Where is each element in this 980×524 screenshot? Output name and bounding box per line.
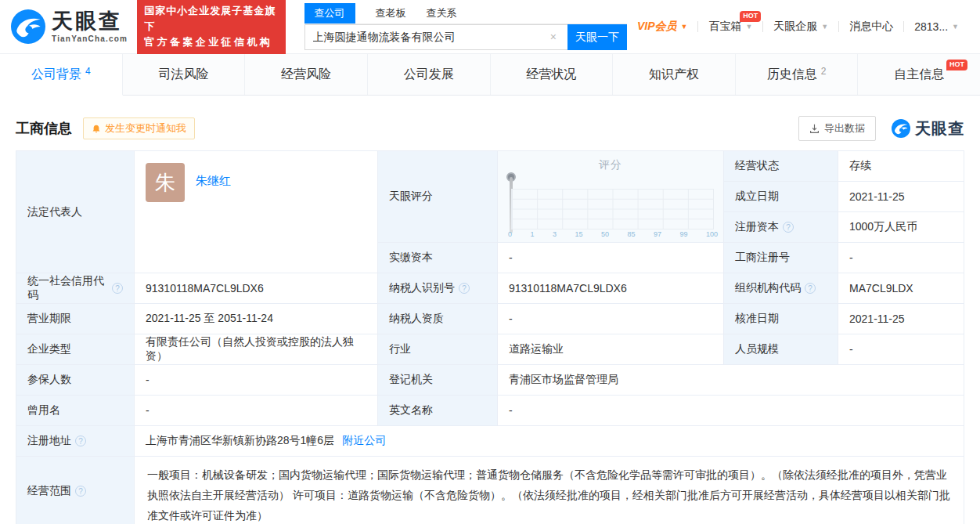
- search-tabs: 查公司 查老板 查关系: [304, 3, 627, 24]
- info-icon[interactable]: ?: [75, 435, 86, 446]
- legal-representative-link[interactable]: 朱继红: [196, 174, 231, 189]
- label-registration-number: 工商注册号: [724, 243, 838, 273]
- label-registered-address: 注册地址?: [16, 426, 134, 456]
- cell-english-name: -: [498, 396, 964, 425]
- search-area: 查公司 查老板 查关系 × 天眼一下: [304, 3, 627, 50]
- cell-company-type: 有限责任公司（自然人投资或控股的法人独资）: [135, 334, 377, 364]
- cell-industry: 道路运输业: [498, 334, 723, 364]
- top-menu: VIP会员 ▼ HOT 百宝箱 ▼ 天眼企服 ▼ 消息中心 2813... ▼: [627, 20, 969, 34]
- cell-paid-capital: -: [498, 243, 723, 273]
- menu-treasure-box[interactable]: HOT 百宝箱 ▼: [698, 20, 762, 34]
- cell-operating-status: 存续: [838, 151, 964, 181]
- label-former-name: 曾用名: [16, 396, 134, 425]
- menu-message-center[interactable]: 消息中心: [839, 20, 903, 34]
- label-registry-authority: 登记机关: [378, 365, 497, 395]
- label-business-term: 营业期限: [16, 304, 134, 334]
- info-icon[interactable]: ?: [805, 283, 816, 294]
- cell-former-name: -: [135, 396, 377, 425]
- watermark-logo-text: 天眼查: [915, 118, 964, 139]
- info-icon[interactable]: ?: [459, 283, 470, 294]
- tianyancha-logo-icon: [11, 9, 45, 44]
- label-approval-date: 核准日期: [724, 304, 838, 334]
- menu-user-account[interactable]: 2813... ▼: [904, 20, 969, 33]
- label-operating-status: 经营状态: [724, 151, 838, 181]
- cell-approval-date: 2021-11-25: [838, 304, 964, 334]
- bell-icon: [92, 124, 101, 134]
- label-english-name: 英文名称: [378, 396, 497, 425]
- tab-history-info[interactable]: 历史信息 2: [736, 54, 859, 95]
- label-insured-count: 参保人数: [16, 365, 134, 395]
- info-icon[interactable]: ?: [112, 283, 123, 294]
- search-tab-boss[interactable]: 查老板: [376, 3, 406, 23]
- cell-registration-number: -: [838, 243, 964, 273]
- clear-search-icon[interactable]: ×: [547, 31, 560, 43]
- score-grid: [511, 189, 714, 229]
- business-info-table: 法定代表人 朱 朱继红 经营状态 存续 天眼评分 评分 0 1 3 15 50 …: [16, 150, 964, 524]
- label-company-type: 企业类型: [16, 334, 134, 364]
- tab-operating-status[interactable]: 经营状况: [491, 54, 614, 95]
- notify-on-change-button[interactable]: 发生变更时通知我: [83, 117, 195, 139]
- export-data-button[interactable]: 导出数据: [798, 116, 876, 141]
- label-business-scope: 经营范围?: [16, 457, 134, 524]
- cell-establish-date: 2021-11-25: [838, 182, 964, 211]
- cell-registered-capital: 1000万人民币: [838, 212, 964, 242]
- official-credential-badge: 国家中小企业发展子基金旗下 官方备案企业征信机构: [137, 0, 285, 54]
- logo-name: 天眼查: [52, 11, 128, 32]
- cell-staff-size: -: [838, 334, 964, 364]
- tab-operating-risk[interactable]: 经营风险: [245, 54, 368, 95]
- cell-taxpayer-quality: -: [498, 304, 723, 334]
- logo-domain: TianYanCha.com: [52, 34, 128, 43]
- tianyancha-logo-icon: [892, 119, 910, 138]
- label-taxpayer-id: 纳税人识别号?: [378, 273, 497, 303]
- cell-registered-address: 上海市青浦区华新镇新协路28号1幢6层 附近公司: [135, 426, 964, 456]
- search-input[interactable]: [304, 24, 567, 50]
- label-staff-size: 人员规模: [724, 334, 838, 364]
- cell-organization-code: MA7CL9LDX: [838, 273, 964, 303]
- chevron-down-icon: ▼: [745, 23, 752, 31]
- search-tab-relation[interactable]: 查关系: [427, 3, 457, 23]
- hot-badge: HOT: [946, 60, 967, 70]
- tab-self-published-info[interactable]: 自主信息 HOT: [858, 54, 980, 95]
- tab-count: 2: [821, 66, 827, 77]
- label-taxpayer-quality: 纳税人资质: [378, 304, 497, 334]
- label-establish-date: 成立日期: [724, 182, 838, 211]
- menu-enterprise-service[interactable]: 天眼企服 ▼: [763, 20, 838, 34]
- cell-business-term: 2021-11-25 至 2051-11-24: [135, 304, 377, 334]
- nearby-companies-link[interactable]: 附近公司: [342, 434, 386, 448]
- cell-legal-representative: 朱 朱继红: [135, 151, 377, 273]
- badge-line2: 官方备案企业征信机构: [144, 34, 278, 50]
- download-icon: [809, 124, 820, 134]
- company-nav-tabs: 公司背景 4 司法风险 经营风险 公司发展 经营状况 知识产权 历史信息 2 自…: [0, 53, 980, 96]
- cell-registry-authority: 青浦区市场监督管理局: [498, 365, 964, 395]
- avatar[interactable]: 朱: [146, 163, 185, 202]
- watermark-logo: 天眼查: [892, 118, 964, 139]
- tab-intellectual-property[interactable]: 知识产权: [613, 54, 736, 95]
- top-header: 天眼查 TianYanCha.com 国家中小企业发展子基金旗下 官方备案企业征…: [0, 0, 980, 53]
- tab-count: 4: [85, 66, 91, 77]
- info-icon[interactable]: ?: [783, 222, 794, 233]
- tianyan-score-chart[interactable]: 评分 0 1 3 15 50 85 97 99 100: [498, 151, 723, 242]
- label-paid-capital: 实缴资本: [378, 243, 497, 273]
- section-title: 工商信息: [16, 119, 72, 138]
- tab-company-development[interactable]: 公司发展: [368, 54, 491, 95]
- label-unified-credit-code: 统一社会信用代码?: [16, 273, 134, 303]
- label-legal-representative: 法定代表人: [16, 151, 134, 273]
- cell-taxpayer-id: 91310118MA7CL9LDX6: [498, 273, 723, 303]
- logo-text-block: 天眼查 TianYanCha.com: [52, 11, 128, 43]
- chevron-down-icon: ▼: [680, 23, 687, 31]
- label-registered-capital: 注册资本?: [724, 212, 838, 242]
- tianyancha-logo[interactable]: 天眼查 TianYanCha.com: [11, 9, 128, 44]
- search-button[interactable]: 天眼一下: [567, 24, 627, 50]
- tab-judicial-risk[interactable]: 司法风险: [123, 54, 246, 95]
- label-organization-code: 组织机构代码?: [724, 273, 838, 303]
- tab-company-background[interactable]: 公司背景 4: [0, 54, 123, 96]
- score-chart-title: 评分: [498, 158, 723, 172]
- info-icon[interactable]: ?: [75, 486, 86, 497]
- menu-vip[interactable]: VIP会员 ▼: [627, 20, 698, 34]
- badge-line1: 国家中小企业发展子基金旗下: [144, 3, 278, 34]
- label-tianyan-score: 天眼评分: [378, 151, 497, 242]
- chevron-down-icon: ▼: [952, 23, 959, 31]
- score-axis-ticks: 0 1 3 15 50 85 97 99 100: [508, 230, 718, 238]
- cell-unified-credit-code: 91310118MA7CL9LDX6: [135, 273, 377, 303]
- search-tab-company[interactable]: 查公司: [304, 3, 355, 23]
